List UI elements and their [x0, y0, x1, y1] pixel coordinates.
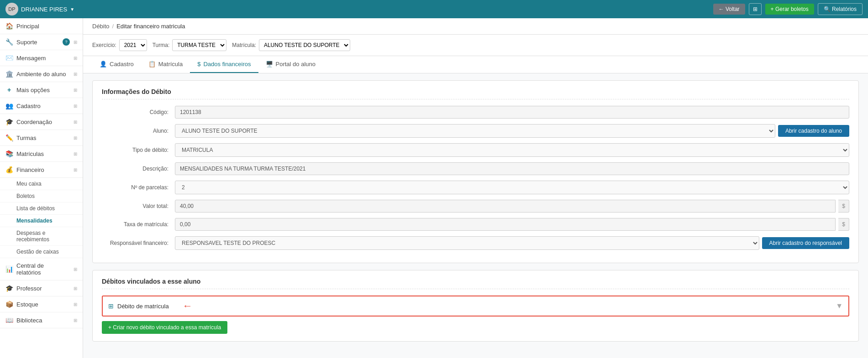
tabs-bar: 👤 Cadastro 📋 Matrícula $ Dados financeir… — [83, 56, 868, 73]
sidebar-item-coordenacao[interactable]: 🎓 Coordenação ⊞ — [0, 114, 83, 130]
aluno-row: Aluno: ALUNO TESTE DO SUPORTE Abrir cada… — [102, 124, 849, 138]
section-title: Informações do Débito — [102, 88, 849, 99]
sidebar-item-lista-debitos[interactable]: Lista de débitos — [0, 202, 83, 215]
sidebar-item-mensalidades[interactable]: Mensalidades — [0, 215, 83, 227]
codigo-input[interactable] — [175, 106, 849, 119]
ambiente-arrow: ⊞ — [74, 72, 77, 77]
tab-cadastro[interactable]: 👤 Cadastro — [92, 56, 141, 73]
aluno-label: Aluno: — [102, 128, 175, 134]
tab-matricula[interactable]: 📋 Matrícula — [141, 56, 190, 73]
parcelas-row: Nº de parcelas: 2 — [102, 181, 849, 194]
parcelas-label: Nº de parcelas: — [102, 184, 175, 191]
sidebar-item-central-relatorios[interactable]: 📊 Central de relatórios ⊞ — [0, 258, 83, 280]
turma-group: Turma: TURMA TESTE — [153, 39, 227, 51]
taxa-group: $ — [175, 218, 849, 231]
generate-boletos-button[interactable]: + Gerar boletos — [765, 4, 814, 15]
coord-arrow: ⊞ — [74, 119, 77, 125]
responsavel-label: Responsável financeiro: — [102, 240, 175, 246]
descricao-label: Descrição: — [102, 166, 175, 172]
financeiro-arrow: ⊞ — [74, 167, 77, 172]
sidebar-label-professor: Professor — [16, 285, 70, 292]
debit-expand-icon: ⊞ — [108, 302, 114, 310]
debit-item-left: ⊞ Débito de matrícula — [108, 302, 169, 310]
create-debit-row: + Criar novo débito vinculado a essa mat… — [102, 321, 849, 334]
sidebar-item-matriculas[interactable]: 📚 Matrículas ⊞ — [0, 146, 83, 162]
sidebar-item-mais[interactable]: + Mais opções ⊞ — [0, 82, 83, 98]
turma-select[interactable]: TURMA TESTE — [172, 39, 226, 51]
matricula-select[interactable]: ALUNO TESTE DO SUPORTE — [259, 39, 350, 51]
turmas-icon: ✏️ — [5, 134, 13, 141]
financeiros-tab-icon: $ — [197, 61, 200, 67]
suporte-badge: ? — [63, 38, 70, 46]
grid-button[interactable]: ⊞ — [749, 3, 762, 15]
sidebar-item-despesas[interactable]: Despesas e recebimentos — [0, 227, 83, 246]
responsavel-select[interactable]: RESPONSAVEL TESTE DO PROESC — [175, 236, 759, 250]
breadcrumb: Débito / Editar financeiro matricula — [83, 18, 868, 35]
tab-dados-financeiros[interactable]: $ Dados financeiros — [190, 56, 258, 73]
tipo-debito-select[interactable]: MATRICULA — [175, 143, 849, 157]
reports-button[interactable]: 🔍 Relatórios — [818, 3, 863, 15]
debit-chevron-icon: ▼ — [836, 302, 843, 310]
sidebar-label-matriculas: Matrículas — [16, 150, 70, 157]
mensagem-arrow: ⊞ — [74, 56, 77, 61]
sidebar-item-suporte[interactable]: 🔧 Suporte ? ⊞ — [0, 34, 83, 50]
professor-arrow: ⊞ — [74, 286, 77, 291]
responsavel-row: Responsável financeiro: RESPONSAVEL TEST… — [102, 236, 849, 250]
financeiro-icon: 💰 — [5, 166, 13, 173]
sidebar-item-ambiente[interactable]: 🏛️ Ambiente do aluno ⊞ — [0, 66, 83, 82]
central-arrow: ⊞ — [74, 267, 77, 272]
create-debit-button[interactable]: + Criar novo débito vinculado a essa mat… — [102, 321, 227, 334]
sidebar-item-financeiro[interactable]: 💰 Financeiro ⊞ — [0, 162, 83, 178]
abrir-aluno-button[interactable]: Abrir cadastro do aluno — [778, 125, 849, 137]
debit-item-matricula[interactable]: ⊞ Débito de matrícula ← ▼ — [102, 296, 849, 316]
topbar: DP DRIANNE PIRES ▼ ← Voltar ⊞ + Gerar bo… — [0, 0, 868, 18]
sidebar-item-meu-caixa[interactable]: Meu caixa — [0, 178, 83, 190]
codigo-label: Código: — [102, 109, 175, 115]
sidebar-label-mais: Mais opções — [16, 87, 70, 93]
biblioteca-icon: 📖 — [5, 316, 13, 324]
back-button[interactable]: ← Voltar — [713, 4, 745, 15]
codigo-row: Código: — [102, 106, 849, 119]
sidebar-item-principal[interactable]: 🏠 Principal — [0, 18, 83, 34]
sidebar-label-ambiente: Ambiente do aluno — [16, 71, 70, 78]
tab-portal[interactable]: 🖥️ Portal do aluno — [258, 56, 323, 73]
support-icon: 🔧 — [5, 38, 13, 46]
sidebar-item-estoque[interactable]: 📦 Estoque ⊞ — [0, 296, 83, 312]
sidebar-item-cadastro[interactable]: 👥 Cadastro ⊞ — [0, 98, 83, 114]
sidebar-label-coordenacao: Coordenação — [16, 119, 70, 125]
abrir-responsavel-button[interactable]: Abrir cadastro do responsável — [762, 237, 849, 249]
user-avatar: DP — [5, 3, 18, 16]
user-chevron: ▼ — [70, 7, 74, 12]
sidebar-item-boletos[interactable]: Boletos — [0, 190, 83, 202]
valor-total-input[interactable] — [175, 200, 836, 213]
responsavel-group: RESPONSAVEL TESTE DO PROESC Abrir cadast… — [175, 236, 849, 250]
sidebar-label-cadastro: Cadastro — [16, 103, 70, 109]
breadcrumb-current: Editar financeiro matricula — [116, 23, 185, 30]
exercicio-select[interactable]: 2021 — [119, 39, 147, 51]
sidebar-label-biblioteca: Biblioteca — [16, 317, 70, 324]
sidebar-item-biblioteca[interactable]: 📖 Biblioteca ⊞ — [0, 312, 83, 328]
suporte-expand: ⊞ — [74, 40, 77, 45]
cadastro-icon: 👥 — [5, 102, 13, 109]
main-content: Débito / Editar financeiro matricula Exe… — [83, 18, 868, 358]
taxa-row: Taxa de matrícula: $ — [102, 218, 849, 231]
coord-icon: 🎓 — [5, 118, 13, 125]
valor-total-row: Valor total: $ — [102, 200, 849, 213]
aluno-select[interactable]: ALUNO TESTE DO SUPORTE — [175, 124, 775, 138]
mais-icon: + — [5, 86, 13, 93]
sidebar-item-mensagem[interactable]: ✉️ Mensagem ⊞ — [0, 50, 83, 66]
descricao-input[interactable] — [175, 162, 849, 175]
sidebar-item-professor[interactable]: 🎓 Professor ⊞ — [0, 280, 83, 296]
parcelas-select[interactable]: 2 — [175, 181, 849, 194]
sidebar-item-gestao-caixas[interactable]: Gestão de caixas — [0, 246, 83, 258]
ambiente-icon: 🏛️ — [5, 70, 13, 78]
sidebar: 🏠 Principal 🔧 Suporte ? ⊞ ✉️ Mensagem ⊞ … — [0, 18, 83, 358]
taxa-input[interactable] — [175, 218, 836, 231]
message-icon: ✉️ — [5, 54, 13, 62]
topbar-actions: ← Voltar ⊞ + Gerar boletos 🔍 Relatórios — [713, 3, 863, 15]
portal-tab-icon: 🖥️ — [266, 61, 273, 67]
sidebar-label-financeiro: Financeiro — [16, 166, 70, 173]
estoque-icon: 📦 — [5, 301, 13, 308]
sidebar-item-turmas[interactable]: ✏️ Turmas ⊞ — [0, 130, 83, 146]
matricula-group: Matrícula: ALUNO TESTE DO SUPORTE — [232, 39, 350, 51]
